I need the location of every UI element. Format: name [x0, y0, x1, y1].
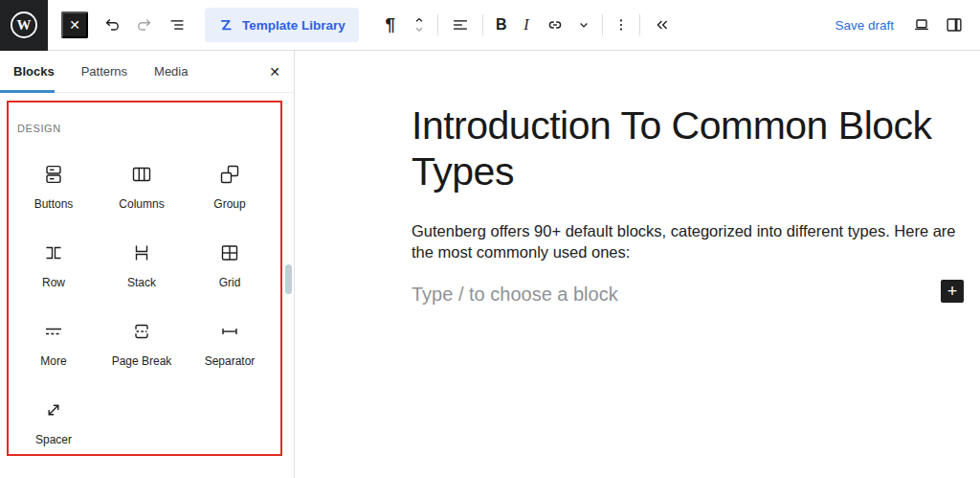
editor-top-toolbar: W ✕ [0, 0, 980, 51]
redo-icon [134, 14, 155, 35]
stack-icon [130, 241, 153, 264]
sidebar-scrollbar-thumb[interactable] [285, 264, 292, 294]
link-button[interactable] [539, 9, 571, 41]
design-blocks-grid: Buttons Columns Group [10, 152, 274, 467]
empty-block-placeholder[interactable]: Type / to choose a block [412, 284, 962, 306]
document-overview-button[interactable] [161, 9, 193, 41]
tab-patterns[interactable]: Patterns [68, 51, 141, 92]
double-chevron-left-icon [652, 14, 673, 35]
spacer-icon [42, 398, 65, 421]
row-icon [42, 241, 65, 264]
undo-button[interactable] [96, 9, 128, 41]
block-label: Stack [127, 276, 156, 289]
page-break-icon [130, 320, 153, 343]
block-type-spacer[interactable]: Spacer [10, 388, 98, 467]
block-label: Grid [219, 276, 241, 289]
template-library-icon [218, 17, 234, 34]
close-icon: ✕ [69, 17, 80, 33]
block-label: Columns [119, 197, 164, 211]
undo-icon [101, 14, 122, 35]
block-type-separator[interactable]: Separator [186, 309, 274, 388]
align-left-icon [450, 14, 471, 35]
move-up-down-icon [410, 12, 429, 37]
close-icon: ✕ [269, 64, 280, 80]
plus-icon: + [947, 283, 958, 300]
bold-icon: B [496, 16, 507, 34]
bold-button[interactable]: B [489, 9, 514, 41]
paragraph-block-button[interactable]: ¶ [374, 9, 407, 41]
svg-text:W: W [17, 17, 32, 33]
toolbar-right-group: Save draft [835, 9, 970, 41]
collapse-toolbar-button[interactable] [646, 9, 679, 41]
toolbar-divider [639, 14, 640, 35]
toolbar-divider [602, 14, 603, 35]
active-tab-underline [0, 90, 55, 93]
align-button[interactable] [444, 9, 477, 41]
template-library-button[interactable]: Template Library [205, 8, 359, 42]
block-type-row[interactable]: Row [10, 231, 98, 309]
block-label: Spacer [35, 433, 72, 446]
document-column: Introduction To Common Block Types Guten… [412, 103, 962, 306]
link-icon [545, 14, 566, 35]
tab-media[interactable]: Media [141, 51, 201, 92]
toolbar-divider [482, 14, 483, 35]
block-appender-button[interactable]: + [941, 280, 964, 303]
block-label: Row [42, 276, 65, 289]
block-inserter-toggle-button[interactable]: ✕ [61, 11, 88, 38]
block-label: Separator [205, 354, 256, 368]
block-type-columns[interactable]: Columns [98, 152, 186, 231]
block-inserter-panel: Blocks Patterns Media ✕ DESIGN Buttons [0, 51, 295, 478]
columns-icon [130, 163, 153, 186]
redo-button[interactable] [128, 9, 161, 41]
buttons-icon [42, 163, 65, 186]
post-title[interactable]: Introduction To Common Block Types [412, 103, 962, 195]
more-icon [42, 320, 65, 343]
wordpress-logo-icon: W [8, 9, 40, 41]
toolbar-divider [437, 14, 438, 35]
wordpress-logo-button[interactable]: W [0, 0, 48, 51]
block-type-buttons[interactable]: Buttons [10, 152, 98, 231]
block-type-group[interactable]: Group [186, 152, 274, 231]
chevron-down-icon [574, 15, 593, 34]
kebab-menu-icon [612, 15, 631, 34]
template-library-label: Template Library [242, 18, 345, 33]
block-type-more[interactable]: More [10, 309, 98, 388]
post-paragraph[interactable]: Gutenberg offers 90+ default blocks, cat… [412, 221, 962, 263]
sidebar-panel-icon [944, 14, 965, 35]
group-icon [218, 163, 241, 186]
separator-icon [218, 320, 241, 343]
more-formats-button[interactable] [571, 9, 596, 41]
block-type-page-break[interactable]: Page Break [98, 309, 186, 388]
tab-blocks[interactable]: Blocks [0, 51, 68, 92]
laptop-icon [911, 14, 932, 35]
design-section-label: DESIGN [17, 123, 294, 134]
editor-canvas: Introduction To Common Block Types Guten… [296, 51, 980, 478]
settings-sidebar-toggle-button[interactable] [938, 9, 970, 41]
preview-button[interactable] [905, 9, 938, 41]
italic-button[interactable]: I [514, 9, 539, 41]
inserter-tabbar: Blocks Patterns Media ✕ [0, 51, 294, 93]
block-mover-button[interactable] [407, 9, 432, 41]
block-label: Page Break [112, 354, 172, 368]
block-options-button[interactable] [609, 9, 634, 41]
list-view-icon [167, 14, 188, 35]
block-label: Buttons [34, 197, 74, 211]
block-label: Group [213, 197, 245, 211]
save-draft-button[interactable]: Save draft [835, 18, 894, 33]
inserter-close-button[interactable]: ✕ [269, 64, 280, 80]
block-type-stack[interactable]: Stack [98, 231, 186, 309]
block-label: More [40, 354, 66, 368]
italic-icon: I [523, 16, 528, 34]
grid-icon [218, 241, 241, 264]
block-type-grid[interactable]: Grid [186, 231, 274, 309]
paragraph-icon: ¶ [386, 14, 396, 35]
